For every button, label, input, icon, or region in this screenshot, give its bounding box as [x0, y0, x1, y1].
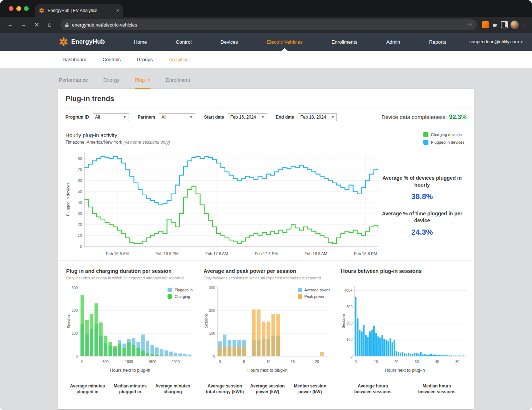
svg-text:1500: 1500	[148, 360, 157, 364]
energyhub-logo[interactable]: EnergyHub	[59, 37, 105, 47]
svg-text:10: 10	[374, 360, 378, 364]
energyhub-flower-icon	[59, 37, 68, 47]
svg-text:100: 100	[209, 331, 215, 335]
zoom-button[interactable]	[24, 6, 29, 11]
chevron-down-icon: ▾	[521, 40, 523, 44]
peak-power-swatch-icon	[298, 294, 302, 299]
hours-between-stats: Average hours between sessions Median ho…	[341, 383, 469, 395]
svg-text:500: 500	[102, 360, 109, 364]
home-icon[interactable]: ⌂	[44, 19, 55, 30]
close-button[interactable]	[9, 6, 13, 11]
user-menu[interactable]: cooper.dean@utility.com ▾	[469, 39, 523, 44]
tab-plug-in[interactable]: Plug-in	[135, 77, 151, 89]
legend-item-charging: Charging	[168, 294, 193, 299]
stat-label: Median minutes plugged in	[110, 383, 150, 395]
analytics-tabs: Performance Energy Plug-in Enrollment	[58, 68, 474, 89]
end-date-select[interactable]: Feb 18, 2024▼	[298, 113, 337, 121]
window-controls	[9, 0, 29, 17]
stat2-label: Average % of time plugged in per device	[382, 210, 463, 224]
stat1-value: 38.8%	[382, 192, 463, 201]
subnav-item-dashboard[interactable]: Dashboard	[63, 57, 86, 62]
hourly-chart-title: Hourly plug-in activity	[65, 132, 170, 138]
svg-text:80: 80	[78, 156, 82, 161]
power-chart-column: Average and peak power per session Only …	[203, 268, 331, 395]
nav-item-devices[interactable]: Devices	[218, 33, 240, 51]
tab-enrollment[interactable]: Enrollment	[166, 77, 190, 89]
side-panel-icon[interactable]	[501, 21, 508, 28]
filter-bar: Program ID All▼ Partners All▼ Start date…	[58, 108, 474, 126]
tab-performance[interactable]: Performance	[59, 77, 88, 89]
average-power-swatch-icon	[298, 288, 302, 292]
profile-avatar[interactable]	[510, 20, 519, 29]
caret-down-icon: ▼	[189, 115, 193, 119]
logo-text: EnergyHub	[71, 38, 105, 45]
svg-text:20: 20	[315, 360, 319, 364]
subnav-item-controls[interactable]: Controls	[102, 57, 121, 62]
forward-icon[interactable]: →	[18, 19, 29, 30]
subnav-item-groups[interactable]: Groups	[137, 57, 153, 62]
nav-item-reports[interactable]: Reports	[427, 33, 448, 51]
minimize-button[interactable]	[16, 6, 21, 11]
stop-icon[interactable]: ✕	[31, 19, 42, 30]
device-data-completeness: Device data completeness: 92.3%	[382, 114, 467, 121]
program-id-label: Program ID	[65, 115, 89, 120]
bookmark-star-icon[interactable]: ☆	[468, 21, 472, 28]
charging-swatch-icon	[168, 294, 172, 299]
address-bar[interactable]: energyhub.net/electric-vehicles ☆	[60, 19, 477, 30]
hourly-legend: Charging devices Plugged in devices	[423, 132, 467, 145]
partners-value: All	[161, 115, 166, 120]
url-text: energyhub.net/electric-vehicles	[72, 22, 465, 28]
svg-text:100: 100	[346, 338, 352, 342]
stat2-value: 24.3%	[382, 228, 463, 236]
back-icon[interactable]: ←	[5, 19, 16, 30]
tab-close-icon[interactable]: ✕	[116, 8, 120, 13]
page-title: Plug-in trends	[65, 95, 467, 103]
timezone-text: Timezone: America/New York	[65, 140, 122, 145]
stat-label: Average minutes charging	[152, 383, 193, 395]
nav-item-admin[interactable]: Admin	[384, 33, 402, 51]
svg-text:200: 200	[346, 321, 352, 325]
svg-text:0: 0	[81, 360, 84, 364]
stat-label: Average minutes plugged in	[67, 383, 108, 395]
program-id-select[interactable]: All▼	[93, 113, 129, 121]
hourly-activity-section: Hourly plug-in activity Timezone: Americ…	[58, 126, 474, 261]
tab-energy[interactable]: Energy	[103, 77, 119, 89]
browser-menu-icon[interactable]: ⋮	[521, 21, 527, 28]
plugged-in-swatch-icon	[168, 288, 172, 292]
browser-toolbar: ← → ✕ ⌂ energyhub.net/electric-vehicles …	[0, 17, 532, 33]
start-date-select[interactable]: Feb 16, 2024▼	[228, 113, 267, 121]
hourly-stats: Average % of devices plugged in hourly 3…	[382, 148, 463, 259]
nav-item-home[interactable]: Home	[132, 33, 149, 51]
svg-text:400+: 400+	[344, 288, 352, 292]
duration-chart-column: Plug in and charging duration per sessio…	[66, 268, 194, 395]
nav-item-control[interactable]: Control	[174, 33, 194, 51]
extension-fox-icon[interactable]	[482, 21, 489, 28]
nav-item-electric-vehicles[interactable]: Electric Vehicles	[265, 33, 305, 51]
svg-text:Feb 16 8 AM: Feb 16 8 AM	[106, 251, 129, 256]
legend-label: Peak power	[305, 294, 325, 299]
svg-text:200: 200	[72, 309, 78, 313]
subnav-item-analytics[interactable]: Analytics	[169, 57, 189, 62]
completeness-value: 92.3%	[449, 114, 467, 121]
hourly-activity-chart: 01020304050607080Feb 16 8 AMFeb 16 8 PMF…	[65, 148, 382, 259]
nav-item-enrollments[interactable]: Enrollments	[329, 33, 359, 51]
svg-text:0: 0	[76, 354, 78, 358]
svg-text:70: 70	[78, 167, 82, 172]
legend-label: Charging devices	[431, 132, 462, 137]
svg-text:Feb 18 8 PM: Feb 18 8 PM	[354, 251, 377, 256]
hours-between-chart-column: Hours between plug-in sessions 010020030…	[341, 268, 469, 395]
partners-select[interactable]: All▼	[159, 113, 195, 121]
end-date-value: Feb 18, 2024	[300, 115, 326, 120]
plugged-in-swatch-icon	[423, 140, 428, 145]
end-date-label: End date	[276, 115, 294, 120]
svg-text:40: 40	[78, 200, 82, 205]
sessions-note: (At home sessions only)	[124, 140, 170, 145]
program-id-value: All	[95, 115, 100, 120]
energyhub-favicon-icon	[39, 8, 45, 13]
hours-between-chart-title: Hours between plug-in sessions	[341, 268, 469, 274]
app-navbar: EnergyHub Home Control Devices Electric …	[0, 33, 532, 51]
svg-text:100: 100	[72, 331, 78, 335]
svg-text:Feb 17 8 PM: Feb 17 8 PM	[255, 251, 278, 256]
extensions-puzzle-icon[interactable]	[491, 21, 499, 28]
browser-tab[interactable]: EnergyHub | EV Analytics ✕	[35, 4, 123, 17]
